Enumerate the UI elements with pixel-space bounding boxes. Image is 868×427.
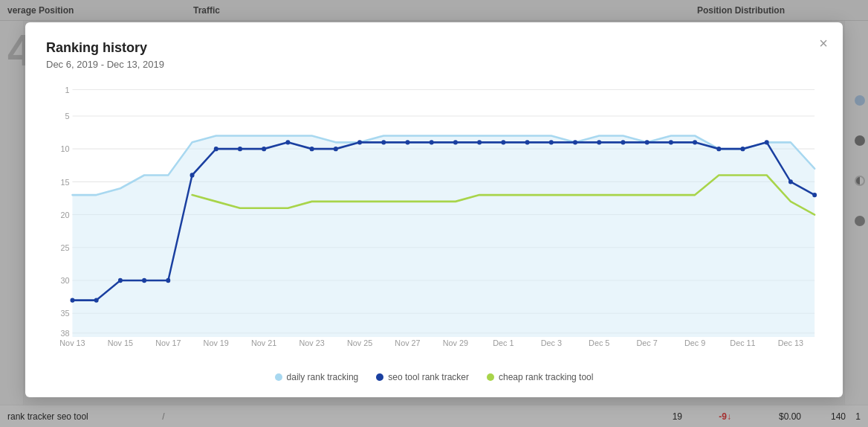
- chart-legend: daily rank tracking seo tool rank tracke…: [46, 372, 822, 382]
- legend-item-seo: seo tool rank tracker: [376, 372, 469, 382]
- modal-title: Ranking history: [46, 40, 822, 56]
- svg-text:25: 25: [60, 243, 69, 252]
- svg-text:Nov 13: Nov 13: [59, 338, 85, 347]
- legend-label-cheap: cheap rank tracking tool: [499, 372, 593, 382]
- svg-text:30: 30: [60, 276, 69, 285]
- svg-text:10: 10: [60, 144, 69, 153]
- svg-text:35: 35: [60, 309, 69, 318]
- svg-text:15: 15: [60, 177, 69, 186]
- chart-area: 1510152025303538Nov 13Nov 15Nov 17Nov 19…: [46, 82, 822, 365]
- svg-text:Nov 29: Nov 29: [443, 338, 468, 347]
- modal-close-button[interactable]: ×: [819, 36, 828, 51]
- svg-text:Nov 19: Nov 19: [204, 338, 229, 347]
- svg-text:38: 38: [60, 329, 69, 338]
- svg-text:Nov 23: Nov 23: [299, 338, 324, 347]
- legend-label-daily: daily rank tracking: [287, 372, 359, 382]
- legend-dot-cheap: [487, 373, 494, 381]
- modal-subtitle: Dec 6, 2019 - Dec 13, 2019: [46, 59, 822, 70]
- svg-text:Nov 27: Nov 27: [395, 338, 420, 347]
- svg-text:Dec 5: Dec 5: [589, 338, 609, 347]
- svg-text:20: 20: [60, 210, 69, 219]
- ranking-history-modal: × Ranking history Dec 6, 2019 - Dec 13, …: [25, 22, 843, 397]
- svg-text:Nov 25: Nov 25: [347, 338, 372, 347]
- svg-text:Dec 11: Dec 11: [730, 338, 755, 347]
- legend-item-daily: daily rank tracking: [275, 372, 359, 382]
- svg-text:Dec 3: Dec 3: [541, 338, 562, 347]
- svg-text:Dec 9: Dec 9: [684, 338, 705, 347]
- legend-label-seo: seo tool rank tracker: [388, 372, 469, 382]
- svg-text:Nov 15: Nov 15: [108, 338, 133, 347]
- svg-text:Dec 1: Dec 1: [493, 338, 514, 347]
- legend-dot-daily: [275, 373, 282, 381]
- legend-item-cheap: cheap rank tracking tool: [487, 372, 593, 382]
- svg-text:Dec 7: Dec 7: [636, 338, 657, 347]
- svg-text:Dec 13: Dec 13: [778, 338, 803, 347]
- chart-svg: 1510152025303538Nov 13Nov 15Nov 17Nov 19…: [46, 82, 822, 365]
- legend-dot-seo: [376, 373, 383, 381]
- svg-text:Nov 17: Nov 17: [155, 338, 181, 347]
- svg-text:1: 1: [65, 85, 69, 94]
- svg-text:5: 5: [65, 112, 69, 121]
- modal-overlay: × Ranking history Dec 6, 2019 - Dec 13, …: [0, 0, 868, 427]
- svg-text:Nov 21: Nov 21: [251, 338, 276, 347]
